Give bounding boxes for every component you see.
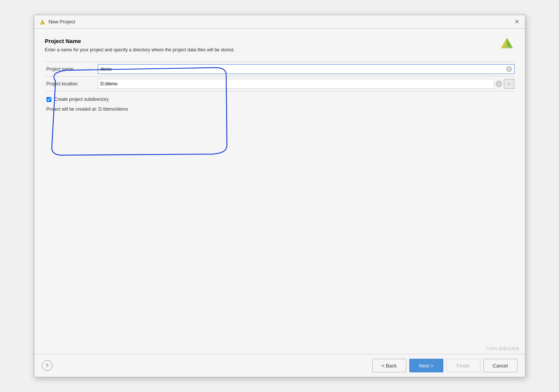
title-bar-left: New Project — [39, 19, 75, 25]
path-info-text: Project will be created at: D:/demo/demo — [46, 106, 514, 112]
section-description: Enter a name for your project and specif… — [45, 47, 514, 52]
subdirectory-checkbox-label[interactable]: Create project subdirectory — [54, 97, 109, 102]
subdirectory-checkbox-row: Create project subdirectory — [46, 97, 514, 102]
project-name-input[interactable] — [98, 64, 514, 74]
section-title: Project Name — [45, 38, 514, 44]
browse-button[interactable]: ··· — [504, 79, 514, 89]
project-name-row: Project name: ✕ — [45, 62, 514, 77]
project-name-input-wrapper: ✕ — [98, 64, 514, 74]
location-clear-button[interactable]: ✕ — [496, 80, 502, 87]
dialog-content: Project Name Enter a name for your proje… — [34, 29, 525, 354]
logo-container — [499, 36, 514, 52]
back-button[interactable]: < Back — [372, 359, 406, 372]
project-location-input[interactable] — [98, 79, 494, 89]
next-button[interactable]: Next > — [409, 359, 443, 372]
project-name-clear-button[interactable]: ✕ — [506, 66, 512, 72]
create-subdirectory-checkbox[interactable] — [46, 97, 51, 102]
footer-right: < Back Next > Finish Cancel — [372, 359, 517, 372]
close-button[interactable]: ✕ — [514, 19, 520, 25]
project-location-input-wrapper: ✕ ··· — [98, 79, 514, 89]
title-bar: New Project ✕ — [34, 15, 525, 29]
app-icon — [39, 19, 46, 25]
finish-button: Finish — [446, 359, 480, 372]
project-name-label: Project name: — [45, 66, 98, 72]
footer-left: ? — [42, 360, 53, 371]
project-location-label: Project location: — [45, 81, 98, 86]
project-location-row: Project location: ✕ ··· — [45, 77, 514, 91]
product-logo — [499, 36, 514, 51]
new-project-dialog: New Project ✕ Project Name Enter a name … — [34, 15, 525, 377]
dialog-footer: ? < Back Next > Finish Cancel — [34, 354, 525, 377]
window-title: New Project — [49, 19, 75, 25]
watermark: CSDN @通信游侠 — [486, 346, 519, 352]
form-area: Project name: ✕ Project location: ✕ ··· … — [45, 62, 514, 112]
help-button[interactable]: ? — [42, 360, 53, 371]
cancel-button[interactable]: Cancel — [483, 359, 517, 372]
